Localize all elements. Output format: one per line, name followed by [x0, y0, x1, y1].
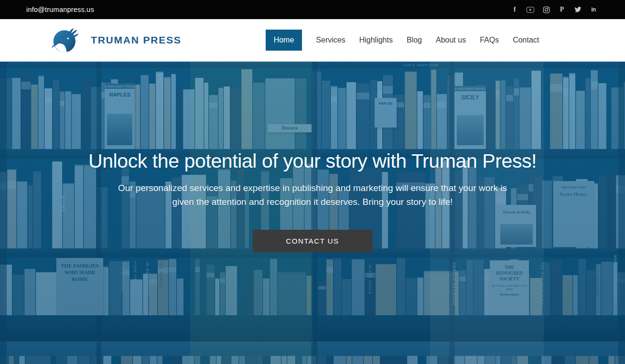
site-header: TRUMAN PRESS Home Services Highlights Bl…	[0, 19, 625, 62]
social-pinterest-link[interactable]: P	[558, 6, 566, 13]
facebook-icon: f	[514, 6, 516, 13]
instagram-icon	[543, 6, 550, 13]
linkedin-icon: in	[591, 7, 596, 12]
twitter-icon	[574, 7, 582, 13]
nav-item-home[interactable]: Home	[266, 30, 302, 51]
nav-item-services[interactable]: Services	[316, 30, 345, 51]
main-nav: Home Services Highlights Blog About us F…	[266, 30, 539, 51]
brand[interactable]: TRUMAN PRESS	[51, 25, 182, 55]
hero-section: EYEWITNESS TRAVELNAPLESEYEWITNESS TRAVEL…	[0, 62, 625, 364]
nav-item-about-us[interactable]: About us	[436, 30, 466, 51]
social-linkedin-link[interactable]: in	[590, 6, 597, 13]
social-twitter-link[interactable]	[574, 6, 582, 13]
truman-press-logo-icon	[51, 25, 79, 55]
contact-us-button[interactable]: CONTACT US	[253, 230, 372, 252]
social-instagram-link[interactable]	[542, 6, 550, 13]
youtube-icon	[527, 7, 534, 13]
brand-name: TRUMAN PRESS	[91, 34, 182, 46]
social-links: f P in	[511, 6, 597, 13]
top-bar: info@trumanpress.us f P in	[0, 0, 625, 19]
nav-item-blog[interactable]: Blog	[407, 30, 422, 51]
hero-subheading: Our personalized services and expertise …	[117, 182, 508, 208]
nav-item-highlights[interactable]: Highlights	[359, 30, 393, 51]
social-youtube-link[interactable]	[527, 6, 534, 13]
nav-item-faqs[interactable]: FAQs	[480, 30, 499, 51]
nav-item-contact[interactable]: Contact	[513, 30, 539, 51]
social-facebook-link[interactable]: f	[511, 6, 518, 13]
pinterest-icon: P	[560, 6, 564, 13]
hero-content: Unlock the potential of your story with …	[0, 62, 625, 252]
contact-email: info@trumanpress.us	[26, 6, 94, 13]
hero-heading: Unlock the potential of your story with …	[0, 149, 625, 173]
